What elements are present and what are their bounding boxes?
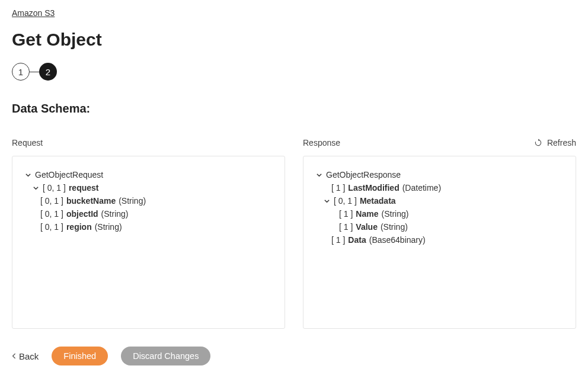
- field-name: bucketName: [66, 196, 116, 206]
- request-root-name: GetObjectRequest: [35, 170, 103, 179]
- field-row: [ 0, 1 ] region (String): [40, 220, 273, 233]
- field-name: request: [69, 183, 99, 193]
- request-root-row: GetObjectRequest: [24, 168, 273, 181]
- field-row: [ 1 ] LastModified (Datetime): [331, 181, 564, 194]
- field-name: Name: [356, 209, 378, 219]
- metadata-row: [ 0, 1 ] Metadata: [323, 194, 564, 207]
- field-row: [ 0, 1 ] bucketName (String): [40, 194, 273, 207]
- caret-down-icon[interactable]: [32, 184, 40, 192]
- field-type: (Datetime): [402, 183, 441, 193]
- cardinality: [ 0, 1 ]: [40, 209, 63, 219]
- footer-actions: Back Finished Discard Changes: [12, 347, 576, 365]
- finished-button[interactable]: Finished: [52, 347, 108, 365]
- response-schema-box: GetObjectResponse [ 1 ] LastModified (Da…: [303, 156, 576, 329]
- cardinality: [ 0, 1 ]: [334, 196, 357, 206]
- field-name: Metadata: [360, 196, 396, 206]
- caret-down-icon[interactable]: [323, 197, 331, 205]
- step-1[interactable]: 1: [12, 63, 30, 81]
- refresh-button[interactable]: Refresh: [534, 138, 576, 147]
- response-title: Response: [303, 138, 340, 147]
- field-type: (String): [382, 209, 409, 219]
- cardinality: [ 0, 1 ]: [43, 183, 66, 193]
- field-name: Data: [348, 235, 366, 245]
- request-schema-box: GetObjectRequest [ 0, 1 ] request [ 0, 1…: [12, 156, 285, 329]
- section-heading: Data Schema:: [12, 102, 576, 116]
- breadcrumb-link[interactable]: Amazon S3: [12, 8, 55, 18]
- step-2[interactable]: 2: [39, 63, 57, 81]
- back-label: Back: [19, 351, 39, 361]
- step-indicator: 1 2: [12, 63, 576, 81]
- field-row: [ 1 ] Value (String): [339, 220, 564, 233]
- response-root-name: GetObjectResponse: [326, 170, 401, 179]
- field-row: [ 0, 1 ] objectId (String): [40, 207, 273, 220]
- step-connector: [30, 72, 39, 72]
- response-column: Response Refresh GetObjectResponse [ 1 ]…: [303, 136, 576, 329]
- field-row: [ 1 ] Name (String): [339, 207, 564, 220]
- cardinality: [ 1 ]: [339, 222, 353, 232]
- field-name: LastModified: [348, 183, 399, 193]
- cardinality: [ 0, 1 ]: [40, 222, 63, 232]
- refresh-label: Refresh: [547, 138, 576, 147]
- back-button[interactable]: Back: [12, 351, 39, 361]
- field-name: objectId: [66, 209, 98, 219]
- page-title: Get Object: [12, 30, 576, 50]
- request-column: Request GetObjectRequest [ 0, 1 ] reques…: [12, 136, 285, 329]
- request-title: Request: [12, 138, 43, 147]
- field-type: (String): [95, 222, 122, 232]
- field-name: Value: [356, 222, 378, 232]
- cardinality: [ 1 ]: [331, 235, 345, 245]
- field-type: (String): [381, 222, 408, 232]
- caret-down-icon[interactable]: [24, 171, 32, 179]
- chevron-left-icon: [12, 352, 17, 361]
- field-row: [ 1 ] Data (Base64binary): [331, 233, 564, 246]
- caret-down-icon[interactable]: [315, 171, 323, 179]
- field-name: region: [66, 222, 92, 232]
- cardinality: [ 1 ]: [339, 209, 353, 219]
- field-type: (String): [101, 209, 129, 219]
- discard-changes-button[interactable]: Discard Changes: [121, 347, 210, 365]
- cardinality: [ 0, 1 ]: [40, 196, 63, 206]
- response-root-row: GetObjectResponse: [315, 168, 564, 181]
- request-child-row: [ 0, 1 ] request: [32, 181, 273, 194]
- cardinality: [ 1 ]: [331, 183, 345, 193]
- field-type: (String): [119, 196, 146, 206]
- field-type: (Base64binary): [369, 235, 426, 245]
- refresh-icon: [534, 139, 542, 147]
